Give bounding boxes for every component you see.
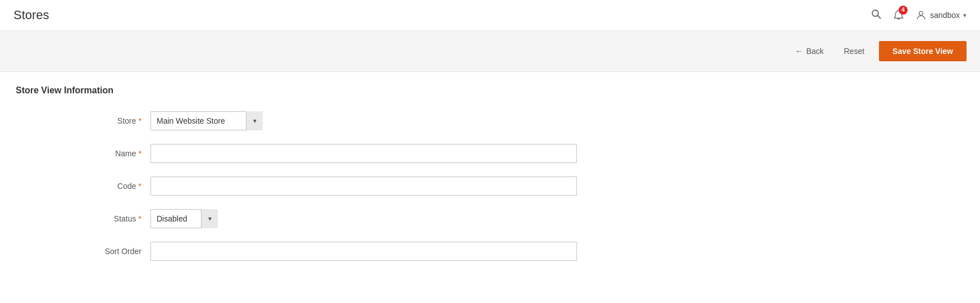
user-label: sandbox <box>930 11 960 20</box>
svg-line-1 <box>878 15 881 18</box>
name-label: Name* <box>83 149 150 158</box>
name-required-star: * <box>139 149 141 158</box>
header-right: 4 sandbox ▾ <box>871 8 967 22</box>
sort-order-label: Sort Order <box>83 247 150 256</box>
back-arrow-icon: ← <box>795 47 803 56</box>
status-select-wrap: Disabled Enabled <box>150 209 218 228</box>
code-field-row: Code* <box>16 177 964 196</box>
reset-label: Reset <box>844 47 865 56</box>
page-title: Stores <box>13 8 49 22</box>
back-button[interactable]: ← Back <box>789 43 829 59</box>
status-required-star: * <box>139 214 141 223</box>
save-label: Save Store View <box>892 47 953 56</box>
notification-count: 4 <box>899 6 908 15</box>
store-required-star: * <box>139 116 141 125</box>
store-label: Store* <box>83 116 150 125</box>
store-select-wrap: Main Website Store Another Store <box>150 111 263 130</box>
store-select[interactable]: Main Website Store Another Store <box>150 111 263 130</box>
name-field-row: Name* <box>16 144 964 163</box>
name-input[interactable] <box>150 144 577 163</box>
user-menu[interactable]: sandbox ▾ <box>915 10 967 21</box>
page-header: Stores 4 sandbox ▾ <box>0 0 980 31</box>
status-label: Status* <box>83 214 150 223</box>
back-label: Back <box>806 47 823 56</box>
code-required-star: * <box>139 182 141 191</box>
code-label: Code* <box>83 182 150 191</box>
section-title: Store View Information <box>16 85 964 96</box>
notification-bell[interactable]: 4 <box>893 9 904 22</box>
sort-order-input[interactable] <box>150 242 577 261</box>
search-icon[interactable] <box>871 8 882 22</box>
status-select[interactable]: Disabled Enabled <box>150 209 218 228</box>
save-store-view-button[interactable]: Save Store View <box>879 41 967 61</box>
main-content: Store View Information Store* Main Websi… <box>0 72 980 288</box>
action-bar: ← Back Reset Save Store View <box>0 31 980 72</box>
status-field-row: Status* Disabled Enabled <box>16 209 964 228</box>
code-input[interactable] <box>150 177 577 196</box>
sort-order-field-row: Sort Order <box>16 242 964 261</box>
store-view-form: Store* Main Website Store Another Store … <box>16 111 964 261</box>
reset-button[interactable]: Reset <box>839 43 871 59</box>
user-chevron-icon: ▾ <box>963 12 967 19</box>
store-field-row: Store* Main Website Store Another Store <box>16 111 964 130</box>
svg-point-2 <box>919 11 923 15</box>
